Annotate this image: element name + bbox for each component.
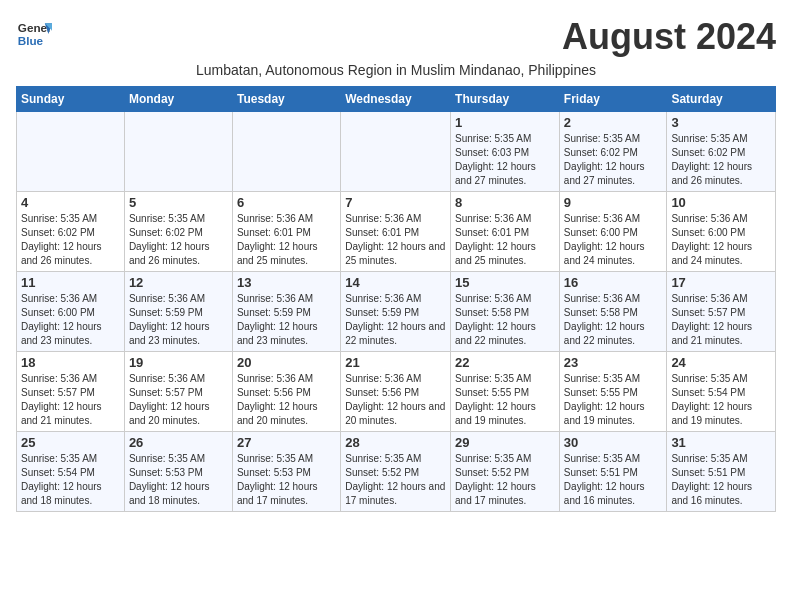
day-number: 31 <box>671 435 771 450</box>
day-number: 8 <box>455 195 555 210</box>
day-of-week-header: Saturday <box>667 87 776 112</box>
calendar-cell: 5Sunrise: 5:35 AMSunset: 6:02 PMDaylight… <box>124 192 232 272</box>
day-info: Sunrise: 5:35 AMSunset: 5:55 PMDaylight:… <box>564 372 663 428</box>
day-number: 5 <box>129 195 228 210</box>
day-number: 21 <box>345 355 446 370</box>
day-info: Sunrise: 5:35 AMSunset: 6:02 PMDaylight:… <box>564 132 663 188</box>
day-info: Sunrise: 5:35 AMSunset: 6:02 PMDaylight:… <box>129 212 228 268</box>
calendar-cell: 8Sunrise: 5:36 AMSunset: 6:01 PMDaylight… <box>451 192 560 272</box>
calendar-cell: 22Sunrise: 5:35 AMSunset: 5:55 PMDayligh… <box>451 352 560 432</box>
calendar-week-row: 25Sunrise: 5:35 AMSunset: 5:54 PMDayligh… <box>17 432 776 512</box>
day-number: 3 <box>671 115 771 130</box>
day-info: Sunrise: 5:35 AMSunset: 6:03 PMDaylight:… <box>455 132 555 188</box>
day-info: Sunrise: 5:36 AMSunset: 5:58 PMDaylight:… <box>455 292 555 348</box>
day-number: 20 <box>237 355 336 370</box>
day-number: 9 <box>564 195 663 210</box>
day-number: 19 <box>129 355 228 370</box>
day-number: 28 <box>345 435 446 450</box>
day-info: Sunrise: 5:36 AMSunset: 5:59 PMDaylight:… <box>129 292 228 348</box>
calendar-cell: 28Sunrise: 5:35 AMSunset: 5:52 PMDayligh… <box>341 432 451 512</box>
calendar-cell: 1Sunrise: 5:35 AMSunset: 6:03 PMDaylight… <box>451 112 560 192</box>
day-of-week-header: Wednesday <box>341 87 451 112</box>
day-number: 11 <box>21 275 120 290</box>
day-number: 4 <box>21 195 120 210</box>
day-info: Sunrise: 5:35 AMSunset: 6:02 PMDaylight:… <box>671 132 771 188</box>
calendar-cell: 26Sunrise: 5:35 AMSunset: 5:53 PMDayligh… <box>124 432 232 512</box>
day-number: 24 <box>671 355 771 370</box>
calendar-cell <box>341 112 451 192</box>
day-info: Sunrise: 5:36 AMSunset: 6:00 PMDaylight:… <box>21 292 120 348</box>
logo-icon: General Blue <box>16 16 52 52</box>
calendar-week-row: 11Sunrise: 5:36 AMSunset: 6:00 PMDayligh… <box>17 272 776 352</box>
day-of-week-header: Tuesday <box>232 87 340 112</box>
calendar-cell: 19Sunrise: 5:36 AMSunset: 5:57 PMDayligh… <box>124 352 232 432</box>
day-number: 23 <box>564 355 663 370</box>
day-info: Sunrise: 5:35 AMSunset: 5:55 PMDaylight:… <box>455 372 555 428</box>
calendar-cell <box>17 112 125 192</box>
calendar-cell: 27Sunrise: 5:35 AMSunset: 5:53 PMDayligh… <box>232 432 340 512</box>
day-number: 13 <box>237 275 336 290</box>
day-info: Sunrise: 5:36 AMSunset: 5:56 PMDaylight:… <box>237 372 336 428</box>
calendar-cell: 24Sunrise: 5:35 AMSunset: 5:54 PMDayligh… <box>667 352 776 432</box>
calendar-cell: 11Sunrise: 5:36 AMSunset: 6:00 PMDayligh… <box>17 272 125 352</box>
day-of-week-header: Thursday <box>451 87 560 112</box>
day-info: Sunrise: 5:35 AMSunset: 5:52 PMDaylight:… <box>345 452 446 508</box>
day-number: 10 <box>671 195 771 210</box>
day-number: 18 <box>21 355 120 370</box>
calendar-cell: 31Sunrise: 5:35 AMSunset: 5:51 PMDayligh… <box>667 432 776 512</box>
calendar-cell: 16Sunrise: 5:36 AMSunset: 5:58 PMDayligh… <box>559 272 667 352</box>
calendar-header-row: SundayMondayTuesdayWednesdayThursdayFrid… <box>17 87 776 112</box>
day-info: Sunrise: 5:35 AMSunset: 6:02 PMDaylight:… <box>21 212 120 268</box>
day-info: Sunrise: 5:35 AMSunset: 5:52 PMDaylight:… <box>455 452 555 508</box>
day-info: Sunrise: 5:35 AMSunset: 5:53 PMDaylight:… <box>129 452 228 508</box>
calendar-cell: 12Sunrise: 5:36 AMSunset: 5:59 PMDayligh… <box>124 272 232 352</box>
calendar-cell: 13Sunrise: 5:36 AMSunset: 5:59 PMDayligh… <box>232 272 340 352</box>
day-number: 22 <box>455 355 555 370</box>
day-number: 30 <box>564 435 663 450</box>
day-info: Sunrise: 5:36 AMSunset: 5:57 PMDaylight:… <box>129 372 228 428</box>
day-info: Sunrise: 5:35 AMSunset: 5:53 PMDaylight:… <box>237 452 336 508</box>
calendar-cell: 25Sunrise: 5:35 AMSunset: 5:54 PMDayligh… <box>17 432 125 512</box>
calendar-cell: 3Sunrise: 5:35 AMSunset: 6:02 PMDaylight… <box>667 112 776 192</box>
day-number: 15 <box>455 275 555 290</box>
calendar-cell: 6Sunrise: 5:36 AMSunset: 6:01 PMDaylight… <box>232 192 340 272</box>
day-info: Sunrise: 5:36 AMSunset: 6:01 PMDaylight:… <box>345 212 446 268</box>
calendar-cell: 7Sunrise: 5:36 AMSunset: 6:01 PMDaylight… <box>341 192 451 272</box>
day-of-week-header: Sunday <box>17 87 125 112</box>
calendar-cell: 20Sunrise: 5:36 AMSunset: 5:56 PMDayligh… <box>232 352 340 432</box>
day-info: Sunrise: 5:35 AMSunset: 5:54 PMDaylight:… <box>671 372 771 428</box>
subtitle: Lumbatan, Autonomous Region in Muslim Mi… <box>16 62 776 78</box>
day-number: 2 <box>564 115 663 130</box>
day-of-week-header: Friday <box>559 87 667 112</box>
calendar-week-row: 4Sunrise: 5:35 AMSunset: 6:02 PMDaylight… <box>17 192 776 272</box>
day-number: 27 <box>237 435 336 450</box>
calendar-cell: 15Sunrise: 5:36 AMSunset: 5:58 PMDayligh… <box>451 272 560 352</box>
day-number: 17 <box>671 275 771 290</box>
calendar-table: SundayMondayTuesdayWednesdayThursdayFrid… <box>16 86 776 512</box>
calendar-cell: 4Sunrise: 5:35 AMSunset: 6:02 PMDaylight… <box>17 192 125 272</box>
day-info: Sunrise: 5:36 AMSunset: 5:56 PMDaylight:… <box>345 372 446 428</box>
day-info: Sunrise: 5:36 AMSunset: 5:59 PMDaylight:… <box>345 292 446 348</box>
day-number: 12 <box>129 275 228 290</box>
calendar-cell <box>124 112 232 192</box>
day-info: Sunrise: 5:36 AMSunset: 5:59 PMDaylight:… <box>237 292 336 348</box>
header: General Blue August 2024 <box>16 16 776 58</box>
day-info: Sunrise: 5:35 AMSunset: 5:51 PMDaylight:… <box>564 452 663 508</box>
calendar-cell <box>232 112 340 192</box>
day-info: Sunrise: 5:36 AMSunset: 5:57 PMDaylight:… <box>21 372 120 428</box>
day-info: Sunrise: 5:36 AMSunset: 5:58 PMDaylight:… <box>564 292 663 348</box>
day-number: 16 <box>564 275 663 290</box>
calendar-cell: 21Sunrise: 5:36 AMSunset: 5:56 PMDayligh… <box>341 352 451 432</box>
calendar-cell: 17Sunrise: 5:36 AMSunset: 5:57 PMDayligh… <box>667 272 776 352</box>
svg-text:Blue: Blue <box>18 34 44 47</box>
calendar-cell: 29Sunrise: 5:35 AMSunset: 5:52 PMDayligh… <box>451 432 560 512</box>
calendar-cell: 14Sunrise: 5:36 AMSunset: 5:59 PMDayligh… <box>341 272 451 352</box>
day-number: 25 <box>21 435 120 450</box>
day-info: Sunrise: 5:35 AMSunset: 5:51 PMDaylight:… <box>671 452 771 508</box>
day-info: Sunrise: 5:36 AMSunset: 6:01 PMDaylight:… <box>455 212 555 268</box>
logo: General Blue <box>16 16 52 52</box>
calendar-cell: 2Sunrise: 5:35 AMSunset: 6:02 PMDaylight… <box>559 112 667 192</box>
day-info: Sunrise: 5:35 AMSunset: 5:54 PMDaylight:… <box>21 452 120 508</box>
day-number: 6 <box>237 195 336 210</box>
calendar-cell: 23Sunrise: 5:35 AMSunset: 5:55 PMDayligh… <box>559 352 667 432</box>
